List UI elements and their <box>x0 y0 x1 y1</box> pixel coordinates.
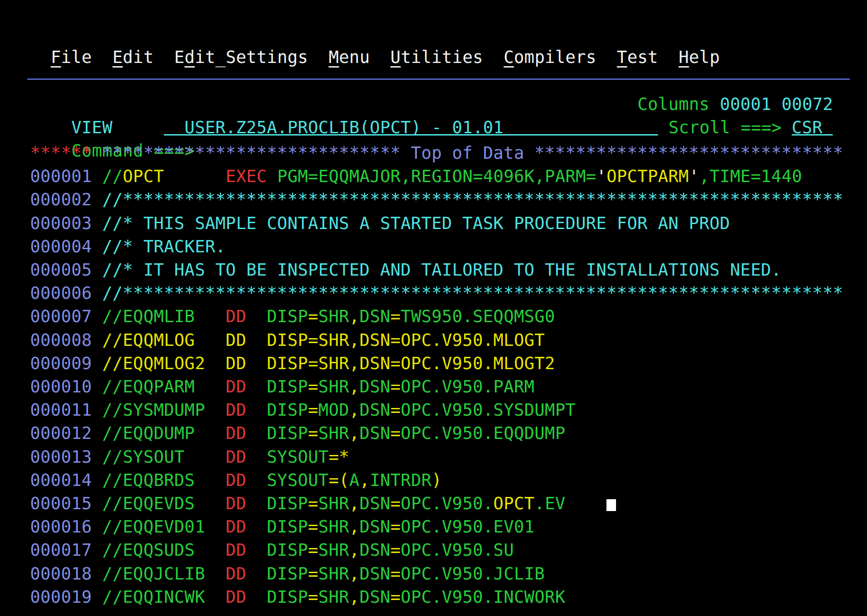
editor-line[interactable]: 000011 //SYSMDUMP DD DISP=MOD,DSN=OPC.V9… <box>30 398 576 422</box>
code-segment: SHR <box>319 423 350 443</box>
code-segment: =( <box>329 470 349 490</box>
code-segment: DISP <box>246 307 308 326</box>
menu-item-edit_settings[interactable]: Edit_Settings <box>174 47 308 67</box>
editor-line[interactable]: 000016 //EQQEVD01 DD DISP=SHR,DSN=OPC.V9… <box>30 515 534 538</box>
code-segment: ***************************** Top of Dat… <box>102 143 843 163</box>
line-number[interactable]: 000011 <box>30 400 102 420</box>
code-segment: = <box>308 494 319 513</box>
line-number[interactable]: 000012 <box>30 423 102 443</box>
line-number[interactable]: 000002 <box>30 190 102 209</box>
line-number[interactable]: 000019 <box>30 587 102 607</box>
line-number[interactable]: 000009 <box>30 354 102 373</box>
code-segment: , <box>349 423 360 443</box>
code-segment: ' <box>596 167 607 186</box>
code-segment: , <box>349 307 360 326</box>
menu-item-compilers[interactable]: Compilers <box>504 47 596 67</box>
code-segment: = <box>308 307 319 326</box>
code-segment: //EQQMLOG2 DD DISP=SHR,DSN=OPC.V950.MLOG… <box>102 354 555 373</box>
editor-line[interactable]: 000003 //* THIS SAMPLE CONTAINS A STARTE… <box>30 212 730 235</box>
menu-item-menu[interactable]: Menu <box>329 47 370 67</box>
editor-line[interactable]: 000013 //SYSOUT DD SYSOUT=* <box>30 445 349 469</box>
code-segment: DISP <box>246 423 308 443</box>
line-number[interactable]: 000010 <box>30 377 102 397</box>
code-segment: DD <box>226 423 246 443</box>
command-input[interactable] <box>164 116 658 136</box>
editor-line[interactable]: 000012 //EQQDUMP DD DISP=SHR,DSN=OPC.V95… <box>30 422 565 445</box>
editor-line[interactable]: 000002 //*******************************… <box>30 188 843 211</box>
line-number[interactable]: 000003 <box>30 214 102 233</box>
menu-item-test[interactable]: Test <box>617 47 658 67</box>
editor-line[interactable]: 000015 //EQQEVDS DD DISP=SHR,DSN=OPC.V95… <box>30 492 565 515</box>
menu-item-help[interactable]: Help <box>679 47 720 67</box>
line-number[interactable]: 000018 <box>30 564 102 584</box>
code-segment: OPCTPARM <box>606 167 689 186</box>
code-segment: DSN <box>360 540 391 560</box>
line-number[interactable]: 000005 <box>30 260 102 280</box>
line-number[interactable]: 000004 <box>30 237 102 256</box>
line-number[interactable]: 000007 <box>30 307 102 326</box>
code-segment: SHR <box>319 517 350 537</box>
code-segment: //EQQPARM <box>102 377 226 397</box>
code-segment: .EV <box>534 494 565 513</box>
code-segment: OPC.V950.EV01 <box>401 517 534 537</box>
line-number[interactable]: 000016 <box>30 517 102 537</box>
code-segment: DD <box>226 494 246 513</box>
code-segment: =* <box>329 447 349 467</box>
columns-range: 00001 00072 <box>720 94 833 114</box>
editor-line[interactable]: 000010 //EQQPARM DD DISP=SHR,DSN=OPC.V95… <box>30 375 534 398</box>
line-number[interactable]: 000013 <box>30 447 102 467</box>
line-number[interactable]: 000015 <box>30 494 102 513</box>
code-segment: OPC.V950.PARM <box>401 377 534 397</box>
line-number[interactable]: ****** <box>30 143 102 163</box>
code-segment: //EQQMLOG DD DISP=SHR,DSN=OPC.V950.MLOGT <box>102 330 545 350</box>
code-segment: //* TRACKER. <box>102 237 226 256</box>
top-of-data-line[interactable]: ****** ***************************** Top… <box>30 141 843 165</box>
editor-line[interactable]: 000005 //* IT HAS TO BE INSPECTED AND TA… <box>30 258 782 282</box>
menu-item-file[interactable]: File <box>51 47 92 67</box>
editor-line[interactable]: 000004 //* TRACKER. <box>30 235 226 258</box>
line-number[interactable]: 000001 <box>30 167 102 186</box>
code-segment: OPCT <box>493 494 534 513</box>
editor-line[interactable]: 000006 //*******************************… <box>30 282 843 305</box>
code-segment: //SYSOUT <box>102 447 226 467</box>
code-segment: PGM=EQQMAJOR,REGION=4096K,PARM= <box>267 167 596 186</box>
code-segment: = <box>391 377 401 397</box>
line-number[interactable]: 000008 <box>30 330 102 350</box>
code-segment: SHR <box>319 377 350 397</box>
code-segment: DSN <box>360 423 391 443</box>
line-number[interactable]: 000014 <box>30 470 102 490</box>
line-number[interactable]: 000006 <box>30 283 102 303</box>
code-segment: OPC.V950.SU <box>401 540 514 560</box>
code-segment: = <box>391 494 401 513</box>
menu-item-utilities[interactable]: Utilities <box>391 47 483 67</box>
code-segment: OPC.V950.EQQDUMP <box>401 423 565 443</box>
code-segment: , <box>360 470 370 490</box>
code-segment: //* THIS SAMPLE CONTAINS A STARTED TASK … <box>102 214 730 233</box>
code-segment: A <box>349 470 360 490</box>
editor-line[interactable]: 000001 //OPCT EXEC PGM=EQQMAJOR,REGION=4… <box>30 165 802 188</box>
code-segment: , <box>349 587 360 607</box>
editor-line[interactable]: 000008 //EQQMLOG DD DISP=SHR,DSN=OPC.V95… <box>30 329 545 352</box>
editor-line[interactable]: 000009 //EQQMLOG2 DD DISP=SHR,DSN=OPC.V9… <box>30 352 555 375</box>
columns-label: Columns <box>637 94 720 114</box>
editor-line[interactable]: 000019 //EQQINCWK DD DISP=SHR,DSN=OPC.V9… <box>30 585 565 609</box>
editor-line[interactable]: 000017 //EQQSUDS DD DISP=SHR,DSN=OPC.V95… <box>30 538 514 562</box>
code-segment: SHR <box>319 494 350 513</box>
code-segment: DD <box>226 400 246 420</box>
code-segment: , <box>349 540 360 560</box>
code-segment: ) <box>432 470 442 490</box>
code-segment: // <box>102 167 123 186</box>
line-number[interactable]: 000017 <box>30 540 102 560</box>
editor-line[interactable]: 000018 //EQQJCLIB DD DISP=SHR,DSN=OPC.V9… <box>30 562 545 585</box>
code-segment: OPC.V950.SYSDUMPT <box>401 400 575 420</box>
menu-item-edit[interactable]: Edit <box>112 47 153 67</box>
code-segment: OPCT <box>123 167 164 186</box>
code-segment: = <box>308 540 319 560</box>
code-segment: DD <box>226 377 246 397</box>
code-segment: DD <box>226 540 246 560</box>
scroll-input[interactable]: CSR <box>792 116 833 136</box>
editor-line[interactable]: 000007 //EQQMLIB DD DISP=SHR,DSN=TWS950.… <box>30 305 555 328</box>
code-segment: SYSOUT <box>246 447 329 467</box>
editor-line[interactable]: 000014 //EQQBRDS DD SYSOUT=(A,INTRDR) <box>30 469 442 492</box>
code-segment: EXEC <box>226 167 267 186</box>
